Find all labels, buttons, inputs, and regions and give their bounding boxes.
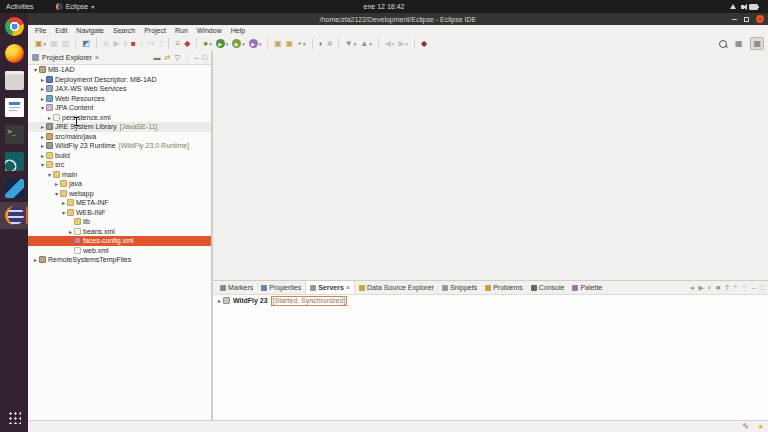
tab-data-source-explorer[interactable]: Data Source Explorer xyxy=(355,281,438,294)
close-tab-icon[interactable]: × xyxy=(346,284,350,291)
notification-icon[interactable]: ● xyxy=(758,422,763,431)
tree-item-jax-ws-web-services[interactable]: ▸JAX-WS Web Services xyxy=(28,84,211,94)
collapse-all-icon[interactable]: ▬ xyxy=(154,51,161,64)
toolbar-breakpoint-flag-button[interactable]: ◆ xyxy=(420,38,428,50)
publish-button[interactable]: ⇑ xyxy=(724,284,730,292)
progress-indicator-icon[interactable]: ✎ xyxy=(742,422,749,431)
minimize-button[interactable] xyxy=(732,19,737,20)
toolbar-save-all-button[interactable]: ▥ xyxy=(61,38,71,50)
menu-search[interactable]: Search xyxy=(113,27,135,34)
minimize-button[interactable]: – xyxy=(752,284,756,291)
tree-item-deployment-descriptor[interactable]: ▸Deployment Descriptor: MB-1AD xyxy=(28,75,211,85)
tab-properties[interactable]: Properties xyxy=(257,281,305,294)
tree-item-beans-xml[interactable]: ▸beans.xml xyxy=(28,227,211,237)
toolbar-step-into-button[interactable]: ↓ xyxy=(139,38,145,50)
menu-edit[interactable]: Edit xyxy=(55,27,67,34)
open-perspective-button[interactable]: ▦ xyxy=(733,38,745,49)
writer-launcher[interactable] xyxy=(0,94,28,121)
close-button[interactable]: × xyxy=(756,15,764,23)
tab-palette[interactable]: Palette xyxy=(568,281,606,294)
wireshark-launcher[interactable] xyxy=(0,175,28,202)
link-with-editor-icon[interactable]: ⇄ xyxy=(165,51,171,64)
system-tray[interactable] xyxy=(730,0,763,13)
toolbar-debug-button[interactable]: ●▾ xyxy=(202,38,212,50)
menu-navigate[interactable]: Navigate xyxy=(76,27,104,34)
toolbar-suspend-button[interactable]: ‖ xyxy=(123,38,128,50)
terminal-launcher[interactable] xyxy=(0,121,28,148)
project-explorer-tab[interactable]: Project Explorer xyxy=(42,54,92,61)
eclipse-launcher[interactable] xyxy=(0,202,28,229)
tree-item-src[interactable]: ▾src xyxy=(28,160,211,170)
toolbar-step-return-button[interactable]: ↑ xyxy=(157,38,163,50)
tree-item-wildfly-23-runtime[interactable]: ▸WildFly 23 Runtime[WildFly 23.0 Runtime… xyxy=(28,141,211,151)
menu-help[interactable]: Help xyxy=(231,27,245,34)
maximize-button[interactable]: □ xyxy=(760,284,764,291)
menu-run[interactable]: Run xyxy=(175,27,188,34)
tree-item-remote-systems-temp-files[interactable]: ▸RemoteSystemsTempFiles xyxy=(28,255,211,265)
clock[interactable]: ene 12 18:42 xyxy=(364,0,405,13)
toolbar-previous-annotation-button[interactable]: ▲▾ xyxy=(359,38,372,50)
overflow-icon[interactable]: ⋮ xyxy=(184,51,191,64)
toolbar-new-java-ee-project-button[interactable]: ▣ xyxy=(273,38,283,50)
toolbar-skip-breakpoints-button[interactable]: ⊘ xyxy=(102,38,111,50)
title-bar[interactable]: /home/zta2122/Development/Eclipse - Ecli… xyxy=(28,13,768,25)
volume-icon[interactable] xyxy=(741,5,744,9)
show-applications-button[interactable] xyxy=(0,403,28,430)
tree-item-web-inf[interactable]: ▾WEB-INF xyxy=(28,208,211,218)
tree-item-src-main-java[interactable]: ▸src/main/java xyxy=(28,132,211,142)
toolbar-run-button[interactable]: ▶▾ xyxy=(215,38,230,50)
tree-item-webapp[interactable]: ▾webapp xyxy=(28,189,211,199)
toolbar-debug-attach-button[interactable]: ◩ xyxy=(81,38,91,50)
clean-button[interactable]: * xyxy=(734,284,737,291)
toolbar-new-dynamic-web-project-button[interactable]: ▣ xyxy=(285,38,295,50)
app-menu[interactable]: Eclipse ▾ xyxy=(56,3,95,10)
maximize-icon[interactable]: □ xyxy=(203,51,207,64)
tab-servers[interactable]: Servers× xyxy=(305,281,355,294)
tree-item-faces-config-xml[interactable]: faces-config.xml xyxy=(28,236,211,246)
stop-server-button[interactable]: ■ xyxy=(716,284,720,291)
tree-item-lib[interactable]: lib xyxy=(28,217,211,227)
firefox-launcher[interactable] xyxy=(0,40,28,67)
toolbar-terminate-button[interactable]: ■ xyxy=(130,38,137,50)
tree-item-jpa-content[interactable]: ▾JPA Content xyxy=(28,103,211,113)
editor-area[interactable] xyxy=(213,51,768,280)
toolbar-mark-occurrences-button[interactable]: ≡ xyxy=(174,38,181,50)
toolbar-coverage-button[interactable]: ▶▾ xyxy=(231,38,246,50)
tab-console[interactable]: Console xyxy=(527,281,569,294)
tree-item-meta-inf[interactable]: ▸META-INF xyxy=(28,198,211,208)
toolbar-back-button[interactable]: ◀▾ xyxy=(384,38,396,50)
toolbar-open-web-browser-button[interactable]: ◐ xyxy=(318,38,325,50)
menu-window[interactable]: Window xyxy=(197,27,222,34)
maximize-button[interactable] xyxy=(744,17,749,22)
toolbar-forward-button[interactable]: ▶▾ xyxy=(397,38,409,50)
toolbar-clear-marks-button[interactable]: ◆ xyxy=(183,38,191,50)
battery-icon[interactable] xyxy=(749,4,758,10)
toolbar-step-over-button[interactable]: ↪ xyxy=(147,38,156,50)
toolbar-show-grid-button[interactable]: # xyxy=(326,38,332,50)
debug-server-button[interactable]: ● xyxy=(690,284,694,291)
close-view-icon[interactable]: × xyxy=(95,54,99,61)
profile-server-button[interactable]: ◐ xyxy=(708,284,712,291)
overflow-button[interactable]: ⋮ xyxy=(741,284,748,292)
chrome-launcher[interactable] xyxy=(0,13,28,40)
tree-item-build[interactable]: ▸build xyxy=(28,151,211,161)
toolbar-new-class-button[interactable]: +▾ xyxy=(296,38,306,50)
menu-project[interactable]: Project xyxy=(144,27,166,34)
toolbar-next-annotation-button[interactable]: ▼▾ xyxy=(344,38,357,50)
toolbar-new-wizard-button[interactable]: ▣▾ xyxy=(34,38,47,50)
tree-item-persistence-xml[interactable]: ▸persistence.xml xyxy=(28,113,211,123)
files-launcher[interactable] xyxy=(0,67,28,94)
search-icon[interactable] xyxy=(719,40,727,48)
tab-snippets[interactable]: Snippets xyxy=(438,281,481,294)
minimize-icon[interactable]: – xyxy=(195,51,199,64)
start-server-button[interactable]: ▶ xyxy=(698,284,703,292)
tab-problems[interactable]: Problems xyxy=(481,281,527,294)
tree-item-java[interactable]: ▸java xyxy=(28,179,211,189)
tree-item-web-resources[interactable]: ▸Web Resources xyxy=(28,94,211,104)
tree-item-main[interactable]: ▾main xyxy=(28,170,211,180)
toolbar-resume-button[interactable]: ▶ xyxy=(112,38,120,50)
activities-button[interactable]: Activities xyxy=(6,3,34,10)
toolbar-save-button[interactable]: ▦ xyxy=(49,38,59,50)
toolbar-profile-button[interactable]: ▶▾ xyxy=(248,38,263,50)
tree-item-mb-1ad[interactable]: ▾MB-1AD xyxy=(28,65,211,75)
